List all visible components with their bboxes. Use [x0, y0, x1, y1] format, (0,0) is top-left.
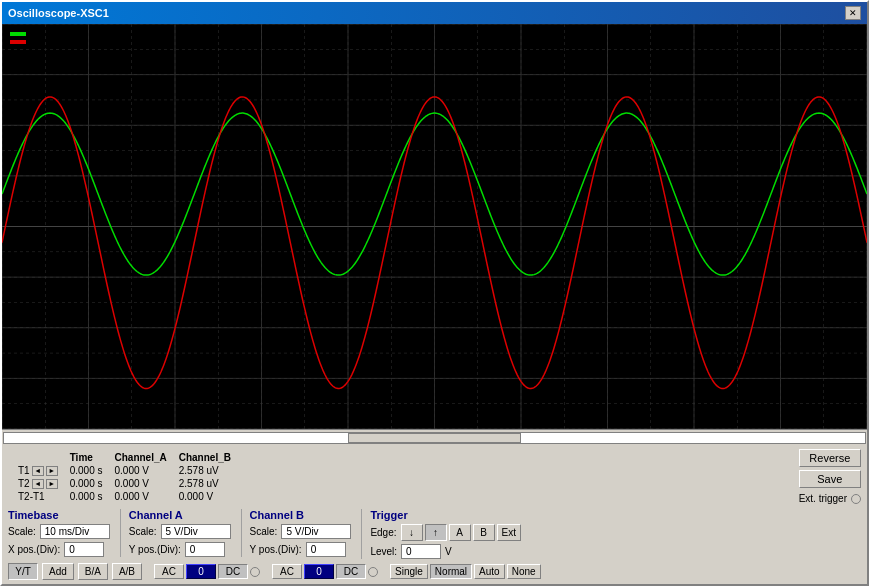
trigger-ext-btn[interactable]: Ext	[497, 524, 521, 541]
chb-ac-btn[interactable]: AC	[272, 564, 302, 579]
cha-ac-btn[interactable]: AC	[154, 564, 184, 579]
trigger-edge-label: Edge:	[370, 527, 396, 538]
timebase-xpos-label: X pos.(Div):	[8, 544, 60, 555]
ext-trigger-label: Ext. trigger	[799, 493, 847, 504]
cursor-info: Time Channel_A Channel_B T1 ◄ ►	[8, 449, 288, 505]
t2-time: 0.000 s	[64, 477, 109, 490]
t2-right-btn[interactable]: ►	[46, 479, 58, 489]
channel-b-title: Channel B	[250, 509, 352, 521]
chb-indicator	[368, 567, 378, 577]
close-button[interactable]: ✕	[845, 6, 861, 20]
scope-display	[2, 24, 867, 429]
t2-cha: 0.000 V	[108, 477, 172, 490]
timebase-scale-value: 10 ms/Div	[40, 524, 110, 539]
channel-b-ypos-row: Y pos.(Div): 0	[250, 542, 352, 557]
timebase-section: Timebase Scale: 10 ms/Div X pos.(Div): 0	[8, 509, 110, 557]
t2t1-time: 0.000 s	[64, 490, 109, 503]
yt-button[interactable]: Y/T	[8, 563, 38, 580]
controls-row3: Y/T Add B/A A/B AC 0 DC AC 0 DC Single N…	[8, 563, 861, 580]
ab-button[interactable]: A/B	[112, 563, 142, 580]
t1-time: 0.000 s	[64, 464, 109, 477]
trigger-chb-btn[interactable]: B	[473, 524, 495, 541]
main-window: Oscilloscope-XSC1 ✕ Time Channe	[0, 0, 869, 586]
t2-left-btn[interactable]: ◄	[32, 479, 44, 489]
ba-button[interactable]: B/A	[78, 563, 108, 580]
channel-a-scale-row: Scale: 5 V/Div	[129, 524, 231, 539]
cursor-row-t2: T2 ◄ ► 0.000 s 0.000 V 2.578 uV	[12, 477, 237, 490]
t1-label: T1 ◄ ►	[12, 464, 64, 477]
cha-zero-btn[interactable]: 0	[186, 564, 216, 579]
title-bar: Oscilloscope-XSC1 ✕	[2, 2, 867, 24]
normal-button[interactable]: Normal	[430, 564, 472, 579]
cursor-row-t1: T1 ◄ ► 0.000 s 0.000 V 2.578 uV	[12, 464, 237, 477]
trigger-cha-btn[interactable]: A	[449, 524, 471, 541]
ext-trigger-radio[interactable]	[851, 494, 861, 504]
cursor-row-t2t1: T2-T1 0.000 s 0.000 V 0.000 V	[12, 490, 237, 503]
col-header-chb: Channel_B	[173, 451, 237, 464]
channel-b-ypos-value: 0	[306, 542, 346, 557]
channel-a-ypos-row: Y pos.(Div): 0	[129, 542, 231, 557]
controls-panel: Time Channel_A Channel_B T1 ◄ ►	[2, 445, 867, 584]
ext-trigger-row: Ext. trigger	[799, 493, 861, 504]
trigger-edge-btns: ↓ ↑ A B Ext	[401, 524, 521, 541]
t2t1-chb: 0.000 V	[173, 490, 237, 503]
controls-row2: Timebase Scale: 10 ms/Div X pos.(Div): 0…	[8, 509, 861, 559]
trigger-level-unit: V	[445, 546, 452, 557]
channel-a-ypos-value: 0	[185, 542, 225, 557]
right-buttons: Reverse Save Ext. trigger	[799, 449, 861, 504]
none-button[interactable]: None	[507, 564, 541, 579]
channel-b-scale-value: 5 V/Div	[281, 524, 351, 539]
chb-zero-btn[interactable]: 0	[304, 564, 334, 579]
single-button[interactable]: Single	[390, 564, 428, 579]
window-controls: ✕	[845, 6, 861, 20]
channel-b-scale-row: Scale: 5 V/Div	[250, 524, 352, 539]
col-header-cha: Channel_A	[108, 451, 172, 464]
trigger-edge-row: Edge: ↓ ↑ A B Ext	[370, 524, 521, 541]
controls-row1: Time Channel_A Channel_B T1 ◄ ►	[8, 449, 861, 505]
channel-b-scale-label: Scale:	[250, 526, 278, 537]
t1-left-btn[interactable]: ◄	[32, 466, 44, 476]
channel-a-ypos-label: Y pos.(Div):	[129, 544, 181, 555]
trigger-rise-btn[interactable]: ↑	[425, 524, 447, 541]
channel-b-ypos-label: Y pos.(Div):	[250, 544, 302, 555]
trigger-mode-btns: Single Normal Auto None	[390, 564, 541, 579]
timebase-xpos-row: X pos.(Div): 0	[8, 542, 110, 557]
add-button[interactable]: Add	[42, 563, 74, 580]
trigger-title: Trigger	[370, 509, 521, 521]
save-button[interactable]: Save	[799, 470, 861, 488]
cha-indicator	[250, 567, 260, 577]
col-header-empty	[12, 451, 64, 464]
t1-right-btn[interactable]: ►	[46, 466, 58, 476]
scrollbar-track[interactable]	[3, 432, 866, 444]
trigger-fall-btn[interactable]: ↓	[401, 524, 423, 541]
channel-a-title: Channel A	[129, 509, 231, 521]
timebase-title: Timebase	[8, 509, 110, 521]
auto-button[interactable]: Auto	[474, 564, 505, 579]
timebase-scale-row: Scale: 10 ms/Div	[8, 524, 110, 539]
scrollbar-thumb[interactable]	[348, 433, 520, 443]
trigger-level-label: Level:	[370, 546, 397, 557]
channel-a-scale-value: 5 V/Div	[161, 524, 231, 539]
t2t1-cha: 0.000 V	[108, 490, 172, 503]
trigger-section: Trigger Edge: ↓ ↑ A B Ext Level: 0 V	[361, 509, 521, 559]
timebase-xpos-value: 0	[64, 542, 104, 557]
timebase-scale-label: Scale:	[8, 526, 36, 537]
t2-chb: 2.578 uV	[173, 477, 237, 490]
cha-dc-btn[interactable]: DC	[218, 564, 248, 579]
reverse-button[interactable]: Reverse	[799, 449, 861, 467]
window-title: Oscilloscope-XSC1	[8, 7, 109, 19]
channel-a-section: Channel A Scale: 5 V/Div Y pos.(Div): 0	[120, 509, 231, 557]
cursor-table: Time Channel_A Channel_B T1 ◄ ►	[12, 451, 237, 503]
cha-coupling: AC 0 DC	[154, 564, 260, 579]
channel-a-scale-label: Scale:	[129, 526, 157, 537]
channel-b-section: Channel B Scale: 5 V/Div Y pos.(Div): 0	[241, 509, 352, 557]
waveform-canvas	[2, 24, 867, 429]
t2t1-label: T2-T1	[12, 490, 64, 503]
col-header-time: Time	[64, 451, 109, 464]
chb-coupling: AC 0 DC	[272, 564, 378, 579]
trigger-level-value: 0	[401, 544, 441, 559]
trigger-level-row: Level: 0 V	[370, 544, 521, 559]
t1-cha: 0.000 V	[108, 464, 172, 477]
horizontal-scrollbar[interactable]	[2, 429, 867, 445]
chb-dc-btn[interactable]: DC	[336, 564, 366, 579]
